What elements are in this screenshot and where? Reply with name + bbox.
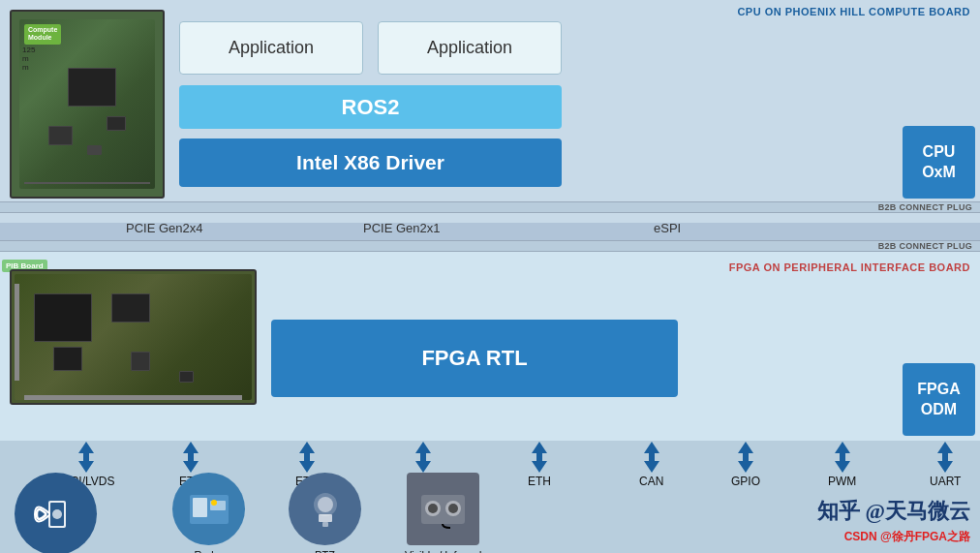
eth4-label: ETH bbox=[528, 475, 551, 488]
svg-rect-17 bbox=[649, 453, 655, 461]
double-arrow-gpio bbox=[735, 442, 756, 473]
svg-marker-24 bbox=[835, 461, 850, 473]
svg-marker-25 bbox=[937, 442, 953, 453]
device-camera: Camera sensor bbox=[15, 473, 97, 553]
svg-marker-6 bbox=[183, 461, 199, 473]
svg-marker-12 bbox=[415, 461, 431, 473]
svg-rect-14 bbox=[536, 453, 542, 461]
iface-pwm: PWM bbox=[828, 442, 856, 488]
svg-marker-21 bbox=[738, 461, 753, 473]
fpga-rtl-box: FPGA RTL bbox=[271, 320, 678, 397]
bus-labels-row: PCIE Gen2x4 PCIE Gen2x1 eSPI bbox=[0, 213, 980, 242]
gpio-label: GPIO bbox=[731, 475, 760, 488]
ptz-label: PTZ bbox=[315, 549, 335, 553]
pcie-gen2x4-label: PCIE Gen2x4 bbox=[126, 221, 203, 235]
device-visible-infrared: Visible / Infrared bbox=[405, 473, 481, 553]
svg-marker-0 bbox=[78, 442, 94, 453]
double-arrow-eth1 bbox=[180, 442, 201, 473]
visible-infrared-icon bbox=[416, 487, 470, 531]
radar-icon bbox=[185, 485, 233, 534]
fpga-board-label: FPGA ON PERIPHERAL INTERFACE BOARD bbox=[729, 261, 970, 273]
device-radar: Radar bbox=[172, 473, 245, 553]
double-arrow-eth3 bbox=[413, 442, 434, 473]
watermark-sub: CSDN @徐丹FPGA之路 bbox=[844, 529, 970, 545]
svg-marker-10 bbox=[415, 442, 431, 453]
iface-can: CAN bbox=[639, 442, 663, 488]
b2b-connect-bottom: B2B CONNECT PLUG bbox=[0, 240, 980, 252]
double-arrow-uart bbox=[934, 442, 956, 473]
svg-rect-20 bbox=[743, 453, 749, 461]
svg-rect-23 bbox=[840, 453, 845, 461]
radar-circle bbox=[172, 473, 245, 545]
watermark-main: 知乎 @天马微云 bbox=[817, 497, 970, 526]
ptz-icon bbox=[301, 485, 350, 534]
app-box-1: Application bbox=[179, 21, 363, 75]
visible-infrared-box bbox=[407, 473, 479, 545]
double-arrow-mipi bbox=[76, 442, 97, 473]
svg-point-42 bbox=[428, 504, 438, 513]
camera-sensor-icon bbox=[27, 485, 85, 543]
svg-rect-32 bbox=[193, 498, 207, 517]
visible-infrared-label: Visible / Infrared bbox=[405, 549, 481, 553]
svg-rect-26 bbox=[942, 453, 948, 461]
svg-marker-18 bbox=[644, 461, 659, 473]
cpu-pcb-image: ComputeModule 125mm bbox=[10, 10, 165, 199]
double-arrow-pwm bbox=[832, 442, 853, 473]
svg-marker-22 bbox=[835, 442, 850, 453]
cpu-pcb-inner: ComputeModule 125mm bbox=[19, 19, 155, 189]
ros2-box: ROS2 bbox=[179, 85, 562, 129]
can-label: CAN bbox=[639, 475, 663, 488]
fpga-pcb-inner bbox=[15, 274, 252, 400]
cpu-board-label: CPU ON PHOENIX HILL COMPUTE BOARD bbox=[737, 6, 970, 17]
svg-marker-13 bbox=[532, 442, 547, 453]
iface-eth-4: ETH bbox=[528, 442, 551, 488]
svg-rect-5 bbox=[188, 453, 194, 461]
app-box-2: Application bbox=[378, 21, 562, 75]
double-arrow-eth4 bbox=[529, 442, 550, 473]
svg-point-30 bbox=[52, 509, 62, 519]
radar-label: Radar bbox=[195, 549, 224, 553]
ptz-circle bbox=[289, 473, 361, 545]
double-arrow-can bbox=[641, 442, 662, 473]
size-label: 125mm bbox=[22, 46, 35, 72]
double-arrow-eth2 bbox=[296, 442, 318, 473]
svg-marker-19 bbox=[738, 442, 753, 453]
svg-rect-8 bbox=[304, 453, 310, 461]
svg-point-43 bbox=[448, 504, 458, 513]
cpu-odm-box: CPU OxM bbox=[903, 126, 975, 199]
svg-rect-38 bbox=[322, 522, 328, 527]
uart-label: UART bbox=[930, 475, 961, 488]
svg-marker-27 bbox=[937, 461, 953, 473]
svg-rect-11 bbox=[420, 453, 426, 461]
pcie-gen2x1-label: PCIE Gen2x1 bbox=[363, 221, 441, 235]
svg-marker-4 bbox=[183, 442, 199, 453]
pwm-label: PWM bbox=[828, 475, 856, 488]
svg-marker-3 bbox=[78, 461, 94, 473]
espi-label: eSPI bbox=[654, 221, 681, 235]
svg-rect-37 bbox=[319, 514, 332, 522]
svg-marker-16 bbox=[644, 442, 659, 453]
compute-module-badge: ComputeModule bbox=[24, 24, 61, 45]
svg-marker-15 bbox=[532, 461, 547, 473]
fpga-odm-box: FPGA ODM bbox=[903, 363, 975, 436]
iface-gpio: GPIO bbox=[731, 442, 760, 488]
svg-point-36 bbox=[318, 497, 333, 512]
svg-marker-9 bbox=[299, 461, 315, 473]
driver-box: Intel X86 Driver bbox=[179, 138, 562, 187]
b2b-connect-top: B2B CONNECT PLUG bbox=[0, 201, 980, 213]
fpga-pcb-image bbox=[10, 269, 257, 405]
svg-marker-7 bbox=[299, 442, 315, 453]
cpu-board: CPU ON PHOENIX HILL COMPUTE BOARD Comput… bbox=[0, 0, 980, 223]
iface-uart: UART bbox=[930, 442, 961, 488]
device-ptz: PTZ bbox=[289, 473, 361, 553]
svg-point-34 bbox=[211, 500, 217, 506]
camera-circle bbox=[15, 473, 97, 553]
